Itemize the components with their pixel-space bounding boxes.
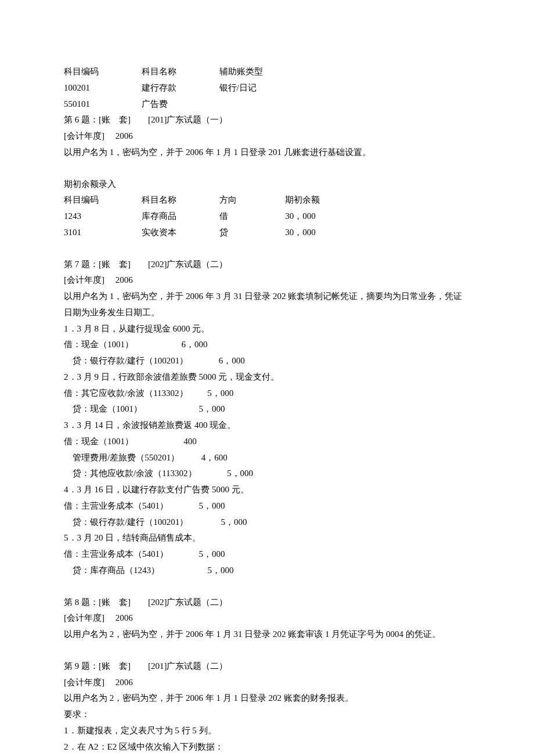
question-9: 第 9 题：[账 套] [201]广东试题（二） [会计年度] 2006 以用户… bbox=[64, 658, 470, 756]
table-header-row: 科目编码 科目名称 辅助账类型 bbox=[64, 64, 470, 80]
entry-line: 贷：银行存款/建行（100201） 5，000 bbox=[64, 514, 470, 531]
entry-line: 借：其它应收款/余波（113302） 5，000 bbox=[64, 386, 470, 402]
question-title: 第 7 题：[账 套] [202]广东试题（二） bbox=[64, 257, 470, 273]
entry-item-1: 1．3 月 8 日，从建行提现金 6000 元。 借：现金（1001） 6，00… bbox=[64, 321, 470, 369]
entry-line: 贷：库存商品（1243） 5，000 bbox=[64, 563, 470, 579]
year-label: [会计年度] 2006 bbox=[64, 272, 470, 289]
table-row: 1243 库存商品 借 30，000 bbox=[64, 208, 470, 225]
entry-desc: 4．3 月 16 日，以建行存款支付广告费 5000 元。 bbox=[64, 482, 470, 498]
question-title: 第 6 题：[账 套] [201]广东试题（一） bbox=[64, 112, 470, 128]
requirement-line: 1．新建报表，定义表尺寸为 5 行 5 列。 bbox=[64, 723, 470, 739]
sub-heading: 期初余额录入 bbox=[64, 177, 470, 193]
account-table-1: 科目编码 科目名称 辅助账类型 100201 建行存款 银行/日记 550101… bbox=[64, 64, 470, 112]
year-label: [会计年度] 2006 bbox=[64, 128, 470, 145]
instruction: 以用户名为 1，密码为空，并于 2006 年 1 月 1 日登录 201 几账套… bbox=[64, 145, 470, 161]
entry-line: 管理费用/差旅费（550201） 4，600 bbox=[64, 450, 470, 466]
table-row: 100201 建行存款 银行/日记 bbox=[64, 80, 470, 96]
requirement-line: 2．在 A2：E2 区域中依次输入下列数据： bbox=[64, 739, 470, 755]
instruction: 以用户名为 2，密码为空，并于 2006 年 1 月 1 日登录 202 账套的… bbox=[64, 690, 470, 707]
entry-item-3: 3．3 月 14 日，余波报销差旅费返 400 现金。 借：现金（1001） 4… bbox=[64, 417, 470, 482]
entry-line: 借：现金（1001） 400 bbox=[64, 434, 470, 450]
question-title: 第 9 题：[账 套] [201]广东试题（二） bbox=[64, 658, 470, 675]
entry-desc: 3．3 月 14 日，余波报销差旅费返 400 现金。 bbox=[64, 417, 470, 434]
entry-line: 贷：其他应收款/余波（113302） 5，000 bbox=[64, 466, 470, 482]
question-8: 第 8 题：[账 套] [202]广东试题（二） [会计年度] 2006 以用户… bbox=[64, 595, 470, 643]
q6-balance-section: 期初余额录入 科目编码 科目名称 方向 期初余额 1243 库存商品 借 30，… bbox=[64, 177, 470, 241]
requirement-label: 要求： bbox=[64, 707, 470, 723]
table-row: 550101 广告费 bbox=[64, 96, 470, 113]
entry-item-2: 2．3 月 9 日，行政部余波借差旅费 5000 元，现金支付。 借：其它应收款… bbox=[64, 369, 470, 417]
question-6: 第 6 题：[账 套] [201]广东试题（一） [会计年度] 2006 以用户… bbox=[64, 112, 470, 160]
entry-line: 贷：现金（1001） 5，000 bbox=[64, 401, 470, 417]
entry-desc: 1．3 月 8 日，从建行提现金 6000 元。 bbox=[64, 321, 470, 337]
entry-line: 借：现金（1001） 6，000 bbox=[64, 337, 470, 353]
table-row: 3101 实收资本 贷 30，000 bbox=[64, 225, 470, 241]
question-7: 第 7 题：[账 套] [202]广东试题（二） [会计年度] 2006 以用户… bbox=[64, 257, 470, 579]
table-header-row: 科目编码 科目名称 方向 期初余额 bbox=[64, 192, 470, 208]
entry-line: 借：主营业务成本（5401） 5，000 bbox=[64, 498, 470, 514]
year-label: [会计年度] 2006 bbox=[64, 675, 470, 691]
entry-item-5: 5．3 月 20 日，结转商品销售成本。 借：主营业务成本（5401） 5，00… bbox=[64, 530, 470, 578]
entry-line: 贷：银行存款/建行（100201） 6，000 bbox=[64, 353, 470, 369]
year-label: [会计年度] 2006 bbox=[64, 610, 470, 627]
entry-desc: 2．3 月 9 日，行政部余波借差旅费 5000 元，现金支付。 bbox=[64, 369, 470, 386]
entry-item-4: 4．3 月 16 日，以建行存款支付广告费 5000 元。 借：主营业务成本（5… bbox=[64, 482, 470, 530]
header-code: 科目编码 bbox=[64, 64, 139, 80]
header-type: 辅助账类型 bbox=[219, 64, 283, 80]
entry-desc: 5．3 月 20 日，结转商品销售成本。 bbox=[64, 530, 470, 546]
instruction: 以用户名为 2，密码为空，并于 2006 年 1 月 31 日登录 202 账套… bbox=[64, 627, 470, 643]
question-title: 第 8 题：[账 套] [202]广东试题（二） bbox=[64, 595, 470, 611]
entry-line: 借：主营业务成本（5401） 5，000 bbox=[64, 546, 470, 563]
instruction: 以用户名为 1，密码为空，并于 2006 年 3 月 31 日登录 202 账套… bbox=[64, 289, 470, 321]
header-name: 科目名称 bbox=[142, 64, 217, 80]
